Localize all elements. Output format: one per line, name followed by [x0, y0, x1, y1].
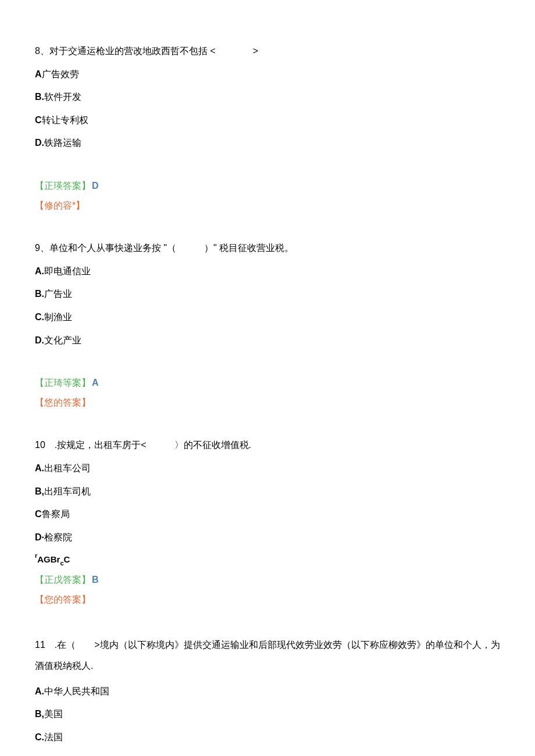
question-8-text: 8、对于交通运枪业的营改地政西哲不包括 < >	[35, 44, 500, 59]
option-label: D·	[35, 532, 44, 542]
option-label: C	[35, 115, 42, 125]
option-label: B,	[35, 486, 44, 496]
text-agbr: AGBr	[37, 554, 60, 564]
option-text: 软件开发	[44, 92, 81, 102]
option-label: A.	[35, 463, 44, 473]
correct-answer-letter: D	[92, 181, 99, 191]
correct-answer-letter: B	[92, 575, 99, 585]
superscript-r: r	[35, 552, 37, 559]
question-11-option-b: B,美国	[35, 707, 500, 722]
question-8-your-answer: 【修的容*】	[35, 198, 500, 213]
option-label: A	[35, 69, 42, 79]
correct-answer-label: 【正琦等案】	[35, 378, 91, 388]
question-9-text: 9、单位和个人从事快递业务按 "（ ）" 税目征收营业税。	[35, 241, 500, 256]
question-8: 8、对于交通运枪业的营改地政西哲不包括 < > A广告效劳 B.软件开发 C转让…	[35, 44, 500, 213]
option-label: D.	[35, 138, 44, 148]
question-9-option-c: C.制渔业	[35, 310, 500, 325]
option-text: 检察院	[44, 532, 72, 542]
option-text: 出殂车司机	[44, 486, 91, 496]
question-8-option-b: B.软件开发	[35, 89, 500, 105]
option-label: A.	[35, 686, 44, 696]
option-label: B,	[35, 709, 44, 719]
option-text: 中华人民共和国	[44, 686, 109, 696]
option-label: A.	[35, 266, 44, 276]
question-8-option-d: D.铁路运输	[35, 135, 500, 151]
question-10-option-b: B,出殂车司机	[35, 484, 500, 499]
question-9: 9、单位和个人从事快递业务按 "（ ）" 税目征收营业税。 A.即电通信业 B.…	[35, 241, 500, 410]
question-11-text: 11 .在（ >境内（以下称境内》提供交通运输业和后部现代效劳业效劳（以下称应柳…	[35, 635, 500, 675]
question-9-correct-answer: 【正琦等案】A	[35, 375, 500, 390]
option-label: B.	[35, 289, 44, 299]
option-label: B.	[35, 92, 44, 102]
question-8-correct-answer: 【正瑛答案】D	[35, 178, 500, 194]
question-9-option-d: D.文化产业	[35, 333, 500, 348]
option-label: D.	[35, 335, 44, 345]
subscript-c: c	[60, 560, 63, 567]
question-11: 11 .在（ >境内（以下称境内》提供交通运输业和后部现代效劳业效劳（以下称应柳…	[35, 635, 500, 744]
correct-answer-letter: A	[92, 378, 99, 388]
question-10-option-a: A.出租车公司	[35, 461, 500, 476]
option-text: 广告效劳	[42, 69, 79, 79]
question-10-your-answer: 【您的答案】	[35, 592, 500, 607]
question-9-option-b: B.广告业	[35, 286, 500, 302]
option-text: 转让专利权	[42, 115, 88, 125]
question-8-option-a: A广告效劳	[35, 67, 500, 82]
question-10-option-d: D·检察院	[35, 530, 500, 545]
question-10-extra-line: rAGBrcC	[35, 553, 500, 567]
question-11-option-a: A.中华人民共和国	[35, 684, 500, 699]
option-text: 法国	[44, 732, 63, 742]
option-label: C.	[35, 732, 44, 742]
question-10-option-c: C鲁察局	[35, 507, 500, 522]
question-9-your-answer: 【悠的答案】	[35, 395, 500, 410]
option-text: 制渔业	[44, 312, 72, 322]
option-label: C.	[35, 312, 44, 322]
question-9-option-a: A.即电通信业	[35, 264, 500, 279]
option-text: 即电通信业	[44, 266, 91, 276]
question-10-correct-answer: 【正戊答案】B	[35, 572, 500, 587]
option-text: 美国	[44, 709, 63, 719]
question-8-option-c: C转让专利权	[35, 113, 500, 128]
option-text: 文化产业	[44, 335, 81, 345]
option-text: 出租车公司	[44, 463, 91, 473]
question-10-text: 10 .按规定，出租车房于< 〉的不征收增值税.	[35, 438, 500, 453]
correct-answer-label: 【正瑛答案】	[35, 181, 91, 191]
option-text: 铁路运输	[44, 138, 81, 148]
option-text: 广告业	[44, 289, 72, 299]
option-label: C	[35, 509, 42, 519]
correct-answer-label: 【正戊答案】	[35, 575, 91, 585]
question-10: 10 .按规定，出租车房于< 〉的不征收增值税. A.出租车公司 B,出殂车司机…	[35, 438, 500, 607]
text-c: C	[64, 554, 70, 564]
question-11-option-c: C.法国	[35, 730, 500, 745]
option-text: 鲁察局	[42, 509, 70, 519]
